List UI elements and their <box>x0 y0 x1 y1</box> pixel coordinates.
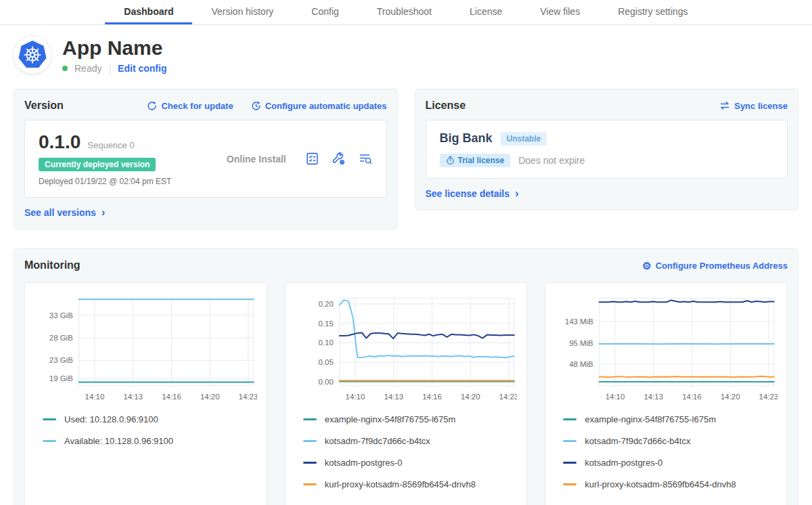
see-license-details-label: See license details <box>426 188 510 199</box>
monitoring-card: Monitoring ⚙ Configure Prometheus Addres… <box>14 248 798 505</box>
svg-text:14:23: 14:23 <box>759 393 777 401</box>
tab-dashboard[interactable]: Dashboard <box>105 0 192 24</box>
svg-text:14:20: 14:20 <box>721 393 740 401</box>
divider: | <box>108 63 111 74</box>
trial-license-badge: Trial license <box>440 154 511 167</box>
version-info: 0.1.0 Sequence 0 Currently deployed vers… <box>39 131 208 186</box>
svg-text:0.05: 0.05 <box>318 358 333 366</box>
svg-text:95 MiB: 95 MiB <box>570 339 594 347</box>
svg-text:14:23: 14:23 <box>239 393 257 401</box>
check-for-update-link[interactable]: Check for update <box>147 101 233 111</box>
tab-license[interactable]: License <box>451 0 521 24</box>
config-wrench-icon[interactable] <box>332 152 346 166</box>
tab-registry-settings[interactable]: Registry settings <box>599 0 706 24</box>
disk-usage-chart: 14:1014:1314:1614:2014:2333 GiB28 GiB23 … <box>35 292 257 406</box>
disk-usage-title: Disk Usage <box>35 501 257 505</box>
see-license-details-row: See license details › <box>426 188 788 200</box>
app-header: App Name Ready | Edit config <box>14 25 798 74</box>
version-number-row: 0.1.0 Sequence 0 <box>39 131 208 153</box>
cpu-usage-panel: 14:1014:1314:1614:2014:230.200.150.100.0… <box>285 282 528 505</box>
legend-label: kotsadm-7f9dc7d66c-b4tcx <box>585 436 690 446</box>
app-header-text: App Name Ready | Edit config <box>62 37 166 74</box>
svg-text:14:10: 14:10 <box>85 393 105 401</box>
legend-item: kotsadm-7f9dc7d66c-b4tcx <box>563 436 777 446</box>
svg-text:23 GiB: 23 GiB <box>49 356 73 364</box>
see-license-details-link[interactable]: See license details › <box>426 188 519 199</box>
see-all-versions-label: See all versions <box>24 207 96 218</box>
license-expiry: Does not expire <box>518 155 585 166</box>
legend-label: Available: 10.128.0.96:9100 <box>64 436 173 446</box>
install-type-label: Online Install <box>208 154 305 164</box>
legend-item: Available: 10.128.0.96:9100 <box>43 436 257 446</box>
legend-color-dash <box>303 440 317 442</box>
legend-label: kotsadm-postgres-0 <box>325 458 403 468</box>
trial-license-label: Trial license <box>458 156 505 165</box>
configure-automatic-updates-label: Configure automatic updates <box>265 101 387 111</box>
top-nav: Dashboard Version history Config Trouble… <box>0 0 812 25</box>
legend-label: kotsadm-postgres-0 <box>585 458 662 468</box>
legend-label: Used: 10.128.0.96:9100 <box>64 414 158 424</box>
clock-refresh-icon <box>251 101 261 111</box>
license-panel: Big Bank Unstable Trial license Does not… <box>426 120 788 179</box>
app-status-row: Ready | Edit config <box>62 63 166 74</box>
svg-text:14:10: 14:10 <box>606 393 625 401</box>
view-logs-icon[interactable] <box>358 152 373 166</box>
legend-label: kotsadm-7f9dc7d66c-b4tcx <box>325 436 430 446</box>
svg-text:14:13: 14:13 <box>123 393 143 401</box>
legend-color-dash <box>563 418 577 420</box>
version-card-actions: Check for update Configure automatic upd… <box>147 101 386 111</box>
cpu-usage-legend: example-nginx-54f8f76755-l675mkotsadm-7f… <box>295 414 518 501</box>
monitoring-header: Monitoring ⚙ Configure Prometheus Addres… <box>24 259 788 271</box>
cards-row: Version Check for update Configure autom… <box>14 89 798 229</box>
legend-color-dash <box>43 440 56 442</box>
see-all-versions-link[interactable]: See all versions › <box>24 207 106 218</box>
svg-text:0.15: 0.15 <box>318 320 333 328</box>
svg-text:0.00: 0.00 <box>318 378 333 386</box>
sync-license-label: Sync license <box>734 101 788 111</box>
license-type-row: Trial license Does not expire <box>440 154 774 167</box>
sync-arrows-icon <box>719 101 730 110</box>
version-card: Version Check for update Configure autom… <box>14 89 398 229</box>
legend-label: example-nginx-54f8f76755-l675m <box>325 414 456 424</box>
version-card-title: Version <box>24 100 64 112</box>
charts-row: 14:1014:1314:1614:2014:2333 GiB28 GiB23 … <box>24 282 788 505</box>
main-content: App Name Ready | Edit config Version <box>0 25 812 505</box>
legend-color-dash <box>303 483 317 485</box>
tab-config[interactable]: Config <box>292 0 357 24</box>
svg-text:14:13: 14:13 <box>644 393 664 401</box>
svg-text:0.10: 0.10 <box>318 338 333 347</box>
memory-usage-panel: 14:1014:1314:1614:2014:23143 MiB95 MiB48… <box>545 282 788 505</box>
tab-view-files[interactable]: View files <box>521 0 599 24</box>
legend-color-dash <box>563 483 577 485</box>
legend-color-dash <box>43 418 56 420</box>
svg-text:14:16: 14:16 <box>162 393 181 401</box>
legend-item: kotsadm-7f9dc7d66c-b4tcx <box>303 436 518 446</box>
legend-item: kotsadm-postgres-0 <box>563 458 777 468</box>
sync-license-link[interactable]: Sync license <box>719 101 788 111</box>
memory-usage-legend: example-nginx-54f8f76755-l675mkotsadm-7f… <box>555 414 777 501</box>
svg-text:14:23: 14:23 <box>499 393 517 401</box>
deployed-badge: Currently deployed version <box>39 158 156 171</box>
kubernetes-logo-icon <box>17 39 48 70</box>
svg-text:14:20: 14:20 <box>200 393 220 401</box>
license-name-row: Big Bank Unstable <box>440 131 774 146</box>
svg-text:48 MiB: 48 MiB <box>570 360 594 368</box>
deployed-timestamp: Deployed 01/19/22 @ 02:04 pm EST <box>39 177 208 186</box>
edit-config-link[interactable]: Edit config <box>118 63 166 74</box>
legend-color-dash <box>303 462 317 464</box>
ready-status-dot <box>62 66 68 71</box>
see-all-versions-row: See all versions › <box>24 206 387 219</box>
stopwatch-icon <box>446 156 455 165</box>
cpu-usage-chart: 14:1014:1314:1614:2014:230.200.150.100.0… <box>295 292 518 406</box>
legend-color-dash <box>303 418 317 420</box>
tab-version-history[interactable]: Version history <box>192 0 292 24</box>
app-title: App Name <box>62 37 166 59</box>
svg-text:28 GiB: 28 GiB <box>49 334 73 342</box>
preflight-checks-icon[interactable] <box>305 152 319 166</box>
svg-text:14:16: 14:16 <box>683 393 702 401</box>
svg-text:143 MiB: 143 MiB <box>565 317 593 326</box>
tab-troubleshoot[interactable]: Troubleshoot <box>358 0 451 24</box>
configure-automatic-updates-link[interactable]: Configure automatic updates <box>251 101 387 111</box>
license-card-title: License <box>426 100 466 112</box>
configure-prometheus-link[interactable]: ⚙ Configure Prometheus Address <box>642 261 788 271</box>
